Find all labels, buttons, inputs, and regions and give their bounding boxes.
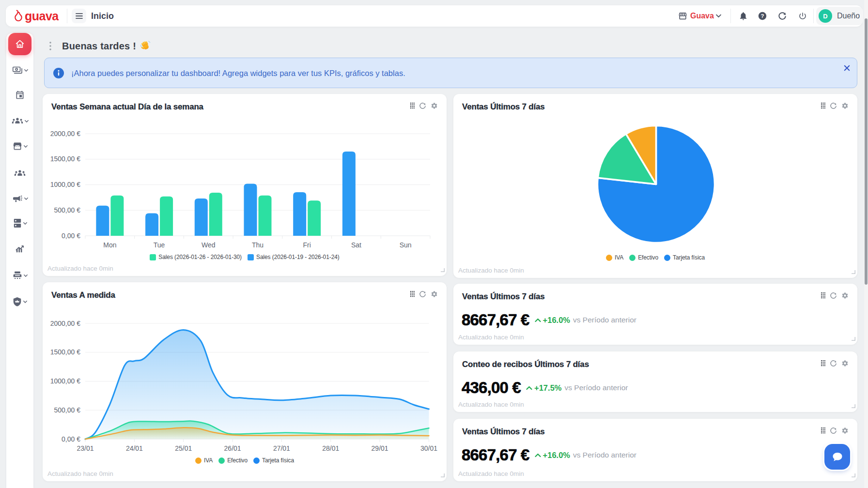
svg-text:500,00 €: 500,00 € (54, 406, 81, 414)
svg-text:1000,00 €: 1000,00 € (50, 181, 80, 188)
svg-text:Fri: Fri (303, 241, 311, 249)
svg-text:27/01: 27/01 (273, 444, 290, 452)
svg-text:1500,00 €: 1500,00 € (50, 348, 80, 356)
svg-text:1500,00 €: 1500,00 € (50, 155, 80, 163)
svg-text:28/01: 28/01 (322, 444, 339, 452)
svg-text:0,00 €: 0,00 € (62, 232, 80, 240)
svg-text:?: ? (760, 13, 764, 19)
svg-text:30/01: 30/01 (420, 444, 437, 452)
svg-text:24/01: 24/01 (126, 444, 143, 452)
svg-text:Mon: Mon (103, 241, 116, 249)
svg-text:29/01: 29/01 (372, 444, 388, 452)
svg-text:Thu: Thu (252, 241, 264, 249)
svg-text:Sun: Sun (400, 241, 412, 249)
svg-text:0,00 €: 0,00 € (62, 435, 80, 443)
svg-text:Wed: Wed (202, 241, 216, 249)
svg-text:2000,00 €: 2000,00 € (50, 130, 80, 137)
svg-text:2000,00 €: 2000,00 € (50, 320, 80, 327)
svg-text:26/01: 26/01 (224, 444, 241, 452)
svg-text:500,00 €: 500,00 € (54, 206, 81, 214)
svg-text:Tue: Tue (154, 241, 165, 249)
svg-text:23/01: 23/01 (77, 444, 93, 452)
svg-text:Sat: Sat (351, 241, 361, 249)
svg-text:25/01: 25/01 (175, 444, 192, 452)
svg-text:1000,00 €: 1000,00 € (50, 377, 80, 385)
